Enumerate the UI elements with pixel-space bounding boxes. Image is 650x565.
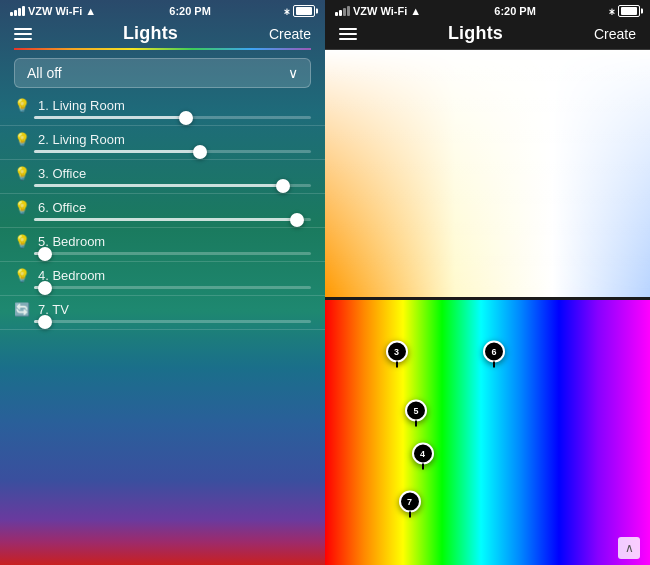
status-bar-left: VZW Wi-Fi ▲ 6:20 PM ⁎ (0, 0, 325, 19)
status-left-right: VZW Wi-Fi ▲ (335, 5, 421, 17)
signal-bars-right (335, 6, 350, 16)
bulb-icon: 🔄 (14, 302, 30, 317)
pin-tail-3 (396, 361, 398, 367)
color-pin-7[interactable]: 7 (399, 490, 421, 517)
list-item: 💡 3. Office (0, 160, 325, 194)
bulb-icon: 💡 (14, 234, 30, 249)
header-right: Lights Create (325, 19, 650, 50)
carrier-left: VZW Wi-Fi (28, 5, 82, 17)
brightness-slider[interactable] (34, 286, 311, 289)
color-gradient-spectrum[interactable]: 3 6 5 4 7 (325, 300, 650, 565)
pin-circle-5: 5 (405, 399, 427, 421)
pin-tail-7 (409, 511, 411, 517)
left-panel: VZW Wi-Fi ▲ 6:20 PM ⁎ Lights Create All … (0, 0, 325, 565)
right-panel: VZW Wi-Fi ▲ 6:20 PM ⁎ Lights Create 3 (325, 0, 650, 565)
brightness-slider[interactable] (34, 184, 311, 187)
rainbow-underline (14, 48, 311, 50)
lights-list: 💡 1. Living Room 💡 2. Living Room 💡 3. O… (0, 92, 325, 565)
battery-icon-left (293, 5, 315, 17)
pin-circle-4: 4 (412, 442, 434, 464)
pin-circle-3: 3 (386, 340, 408, 362)
create-button-right[interactable]: Create (594, 26, 636, 42)
pin-circle-7: 7 (399, 490, 421, 512)
expand-chevron-button[interactable]: ∧ (618, 537, 640, 559)
list-item: 💡 1. Living Room (0, 92, 325, 126)
light-name: 6. Office (38, 200, 86, 215)
status-right-right: ⁎ (609, 4, 640, 17)
list-item: 💡 4. Bedroom (0, 262, 325, 296)
pin-circle-6: 6 (483, 340, 505, 362)
list-item: 💡 6. Office (0, 194, 325, 228)
bulb-icon: 💡 (14, 166, 30, 181)
pin-tail-6 (493, 361, 495, 367)
list-item: 💡 5. Bedroom (0, 228, 325, 262)
page-title-right: Lights (448, 23, 503, 44)
bluetooth-icon-right: ⁎ (609, 4, 615, 17)
status-bar-right: VZW Wi-Fi ▲ 6:20 PM ⁎ (325, 0, 650, 19)
all-off-label: All off (27, 65, 62, 81)
time-right: 6:20 PM (494, 5, 536, 17)
list-item: 💡 2. Living Room (0, 126, 325, 160)
pin-tail-4 (422, 463, 424, 469)
signal-bars (10, 6, 25, 16)
time-left: 6:20 PM (169, 5, 211, 17)
bluetooth-icon: ⁎ (284, 4, 290, 17)
brightness-slider[interactable] (34, 252, 311, 255)
color-pin-3[interactable]: 3 (386, 340, 408, 367)
brightness-slider[interactable] (34, 150, 311, 153)
color-picker-area[interactable]: 3 6 5 4 7 ∧ (325, 50, 650, 565)
pin-tail-5 (415, 420, 417, 426)
page-title-left: Lights (123, 23, 178, 44)
brightness-slider[interactable] (34, 218, 311, 221)
status-right-left: ⁎ (284, 4, 315, 17)
battery-icon-right (618, 5, 640, 17)
bulb-icon: 💡 (14, 132, 30, 147)
color-pin-6[interactable]: 6 (483, 340, 505, 367)
all-off-dropdown[interactable]: All off ∨ (14, 58, 311, 88)
hamburger-menu-right[interactable] (339, 28, 357, 40)
carrier-right: VZW Wi-Fi (353, 5, 407, 17)
header-left: Lights Create (0, 19, 325, 50)
chevron-down-icon: ∨ (288, 65, 298, 81)
light-name: 1. Living Room (38, 98, 125, 113)
brightness-slider[interactable] (34, 116, 311, 119)
bulb-icon: 💡 (14, 200, 30, 215)
create-button-left[interactable]: Create (269, 26, 311, 42)
wifi-icon-right: ▲ (410, 5, 421, 17)
status-left: VZW Wi-Fi ▲ (10, 5, 96, 17)
light-name: 3. Office (38, 166, 86, 181)
color-gradient-warm[interactable] (325, 50, 650, 297)
header-underline-right (325, 49, 650, 50)
bulb-icon: 💡 (14, 268, 30, 283)
color-pin-5[interactable]: 5 (405, 399, 427, 426)
wifi-icon: ▲ (85, 5, 96, 17)
brightness-slider[interactable] (34, 320, 311, 323)
bulb-icon: 💡 (14, 98, 30, 113)
light-name: 2. Living Room (38, 132, 125, 147)
hamburger-menu[interactable] (14, 28, 32, 40)
color-pin-4[interactable]: 4 (412, 442, 434, 469)
list-item: 🔄 7. TV (0, 296, 325, 330)
